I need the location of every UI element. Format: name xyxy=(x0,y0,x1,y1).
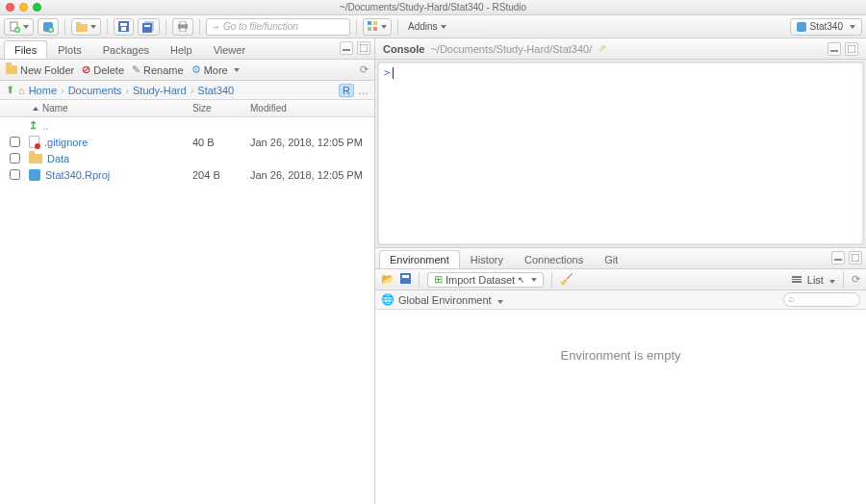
print-button[interactable] xyxy=(172,18,193,36)
breadcrumb-home[interactable]: Home xyxy=(29,85,57,96)
breadcrumb-documents[interactable]: Documents xyxy=(68,85,122,96)
folder-icon xyxy=(29,154,42,164)
env-scope-bar: 🌐 Global Environment xyxy=(375,290,866,310)
clear-workspace-icon[interactable]: 🧹 xyxy=(560,273,573,286)
env-search-input[interactable] xyxy=(783,292,860,307)
env-scope-dropdown[interactable]: Global Environment xyxy=(398,294,503,306)
tab-plots[interactable]: Plots xyxy=(47,40,91,59)
save-workspace-icon[interactable] xyxy=(400,273,411,286)
tab-connections[interactable]: Connections xyxy=(514,250,594,268)
separator xyxy=(166,19,166,35)
minimize-pane-button[interactable] xyxy=(831,251,845,265)
svg-rect-26 xyxy=(402,275,409,278)
environment-pane: Environment History Connections Git 📂 ⊞ … xyxy=(375,248,866,504)
chevron-down-icon xyxy=(23,25,29,29)
import-icon: ⊞ xyxy=(434,273,443,286)
breadcrumb-up-icon[interactable]: ⬆ xyxy=(6,84,14,96)
minimize-pane-button[interactable] xyxy=(340,41,353,55)
tab-history[interactable]: History xyxy=(460,250,514,268)
tab-git[interactable]: Git xyxy=(594,250,628,268)
window-title: ~/Documents/Study-Hard/Stat340 - RStudio xyxy=(0,2,866,13)
gitignore-file-icon xyxy=(29,136,39,148)
console-path: ~/Documents/Study-Hard/Stat340/ xyxy=(430,43,592,55)
save-button[interactable] xyxy=(114,18,134,36)
svg-rect-7 xyxy=(120,23,127,26)
refresh-icon: ⟳ xyxy=(360,63,369,76)
separator xyxy=(397,19,398,35)
separator xyxy=(843,272,844,288)
new-project-button[interactable] xyxy=(38,18,59,36)
load-workspace-icon[interactable]: 📂 xyxy=(381,273,395,286)
rproj-file-icon xyxy=(29,169,40,181)
tools-grid-button[interactable] xyxy=(363,18,392,36)
breadcrumb-sep: › xyxy=(61,85,64,96)
env-toolbar: 📂 ⊞ Import Dataset ↖ 🧹 List xyxy=(375,269,866,290)
clear-console-icon[interactable]: ⇗ xyxy=(598,42,606,55)
svg-rect-22 xyxy=(848,45,855,53)
new-file-button[interactable] xyxy=(4,18,34,36)
window-titlebar: ~/Documents/Study-Hard/Stat340 - RStudio xyxy=(0,0,866,15)
chevron-down-icon xyxy=(850,25,855,29)
column-size[interactable]: Size xyxy=(192,103,250,113)
console-pane: Console ~/Documents/Study-Hard/Stat340/ … xyxy=(375,38,866,248)
files-row-up[interactable]: ↥.. xyxy=(0,117,374,134)
separator xyxy=(199,19,200,35)
up-folder-icon: ↥ xyxy=(29,119,38,132)
open-file-button[interactable] xyxy=(71,18,101,36)
maximize-pane-button[interactable] xyxy=(849,251,862,265)
svg-rect-17 xyxy=(368,27,371,31)
project-menu[interactable]: Stat340 xyxy=(790,18,862,36)
tab-viewer[interactable]: Viewer xyxy=(203,40,256,59)
chevron-down-icon xyxy=(441,25,446,29)
svg-rect-13 xyxy=(180,21,186,25)
svg-rect-20 xyxy=(360,44,368,52)
tab-packages[interactable]: Packages xyxy=(92,40,160,59)
import-dataset-dropdown[interactable]: ⊞ Import Dataset ↖ xyxy=(427,272,544,288)
cursor-icon: ↖ xyxy=(518,275,525,285)
column-modified[interactable]: Modified xyxy=(250,103,374,113)
delete-button[interactable]: ⊘ Delete xyxy=(82,63,124,76)
maximize-pane-button[interactable] xyxy=(357,41,370,55)
project-badge-icon[interactable]: R xyxy=(339,84,354,97)
chevron-down-icon xyxy=(234,68,240,72)
tab-environment[interactable]: Environment xyxy=(379,250,460,268)
files-row-data-folder[interactable]: Data xyxy=(0,150,374,166)
separator xyxy=(419,272,420,288)
save-all-button[interactable] xyxy=(138,18,160,36)
row-checkbox[interactable] xyxy=(10,169,20,180)
chevron-down-icon xyxy=(90,25,96,29)
list-view-dropdown[interactable]: List xyxy=(807,274,835,286)
addins-dropdown[interactable]: Addins xyxy=(404,18,450,36)
files-row-gitignore[interactable]: .gitignore 40 B Jan 26, 2018, 12:05 PM xyxy=(0,134,374,150)
console-body[interactable]: > xyxy=(377,62,864,245)
console-tab-label: Console xyxy=(383,43,424,55)
svg-rect-18 xyxy=(373,27,377,31)
row-checkbox[interactable] xyxy=(10,137,20,147)
separator xyxy=(551,272,552,288)
rename-button[interactable]: ✎ Rename xyxy=(132,63,184,76)
refresh-button[interactable]: ⟳ xyxy=(360,63,369,76)
folder-plus-icon xyxy=(6,65,17,74)
minimize-pane-button[interactable] xyxy=(828,42,841,56)
svg-rect-23 xyxy=(834,259,842,261)
refresh-env-icon[interactable]: ⟳ xyxy=(852,273,860,286)
more-dropdown[interactable]: ⚙ More xyxy=(191,63,240,76)
files-breadcrumb: ⬆ ⌂ Home › Documents › Study-Hard › Stat… xyxy=(0,81,374,100)
breadcrumb-sep: › xyxy=(191,85,194,96)
breadcrumb-stat340[interactable]: Stat340 xyxy=(197,85,234,96)
tab-files[interactable]: Files xyxy=(4,40,47,59)
svg-rect-5 xyxy=(76,22,81,25)
chevron-down-icon xyxy=(497,300,503,304)
column-name[interactable]: Name xyxy=(29,103,192,113)
console-cursor xyxy=(393,67,394,79)
row-checkbox[interactable] xyxy=(10,153,20,164)
goto-file-function-input[interactable]: → Go to file/function xyxy=(206,18,350,36)
new-folder-button[interactable]: New Folder xyxy=(6,64,74,76)
more-path-button[interactable]: … xyxy=(358,85,369,96)
maximize-pane-button[interactable] xyxy=(845,42,858,56)
svg-rect-8 xyxy=(121,27,126,31)
env-body: Environment is empty xyxy=(375,310,866,504)
files-row-rproj[interactable]: Stat340.Rproj 204 B Jan 26, 2018, 12:05 … xyxy=(0,166,374,183)
breadcrumb-study-hard[interactable]: Study-Hard xyxy=(133,85,187,96)
tab-help[interactable]: Help xyxy=(160,40,203,59)
